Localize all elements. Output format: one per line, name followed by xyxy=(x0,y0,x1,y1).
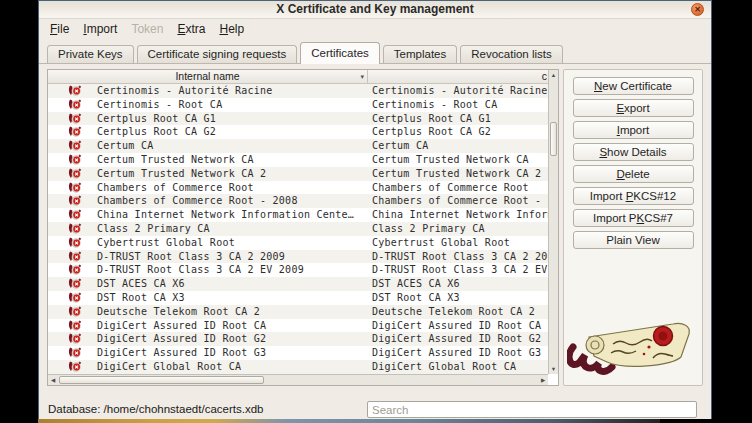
table-row[interactable]: Certplus Root CA G2 Certplus Root CA G2 xyxy=(48,125,548,139)
commonname-cell: Certum Trusted Network CA xyxy=(372,153,548,167)
commonname-cell: Certinomis - Autorité Racine xyxy=(372,84,548,98)
certificate-invalid-icon xyxy=(68,113,82,124)
commonname-cell: DigiCert Assured ID Root G3 xyxy=(372,346,548,360)
commonname-cell: DST ACES CA X6 xyxy=(372,277,548,291)
commonname-cell: China Internet Network Information Cente… xyxy=(372,208,548,222)
search-input[interactable] xyxy=(367,401,697,418)
column-header-truncated[interactable]: c xyxy=(369,70,548,83)
commonname-cell: Class 2 Primary CA xyxy=(372,222,548,236)
tab[interactable]: Private Keys xyxy=(47,45,134,63)
internal-name-cell: Chambers of Commerce Root xyxy=(97,181,366,195)
action-button-stack: New CertificateExportImportShow DetailsD… xyxy=(564,70,702,249)
scroll-left-arrow[interactable]: ◀ xyxy=(48,375,58,385)
certificate-invalid-icon xyxy=(68,361,82,372)
menubar: FileImportTokenExtraHelp xyxy=(39,20,711,38)
table-row[interactable]: D-TRUST Root Class 3 CA 2 2009 D-TRUST R… xyxy=(48,250,548,264)
app-window: X Certificate and Key management ✕ FileI… xyxy=(38,0,712,419)
tab[interactable]: Certificates xyxy=(300,42,380,64)
table-row[interactable]: DigiCert Assured ID Root G3 DigiCert Ass… xyxy=(48,346,548,360)
background-window-edge xyxy=(38,419,660,423)
internal-name-cell: Deutsche Telekom Root CA 2 xyxy=(97,305,366,319)
certificate-invalid-icon xyxy=(68,320,82,331)
certificate-invalid-icon xyxy=(68,85,82,96)
action-button[interactable]: New Certificate xyxy=(573,77,694,95)
table-row[interactable]: D-TRUST Root Class 3 CA 2 EV 2009 D-TRUS… xyxy=(48,263,548,277)
internal-name-cell: Certplus Root CA G2 xyxy=(97,125,366,139)
action-button[interactable]: Import PKCS#12 xyxy=(573,187,694,205)
commonname-cell: Certplus Root CA G1 xyxy=(372,112,548,126)
table-row[interactable]: China Internet Network Information Cente… xyxy=(48,208,548,222)
internal-name-cell: D-TRUST Root Class 3 CA 2 EV 2009 xyxy=(97,263,366,277)
internal-name-cell: China Internet Network Information Cente… xyxy=(97,208,366,222)
certificates-table: Internal name ▾ c xyxy=(47,69,559,386)
table-row[interactable]: Chambers of Commerce Root - 2008 Chamber… xyxy=(48,194,548,208)
menu-item[interactable]: Token xyxy=(124,20,170,38)
menu-item[interactable]: File xyxy=(43,20,76,38)
action-button[interactable]: Import xyxy=(573,121,694,139)
up-arrow-icon: ▲ xyxy=(551,72,556,78)
internal-name-cell: Cybertrust Global Root xyxy=(97,236,366,250)
scroll-down-arrow[interactable]: ▼ xyxy=(549,364,558,374)
certificate-invalid-icon xyxy=(68,333,82,344)
internal-name-cell: DST ACES CA X6 xyxy=(97,277,366,291)
database-path-label: Database: /home/chohnstaedt/cacerts.xdb xyxy=(48,403,263,415)
scroll-right-arrow[interactable]: ▶ xyxy=(538,375,548,385)
internal-name-cell: DigiCert Assured ID Root G2 xyxy=(97,332,366,346)
table-row[interactable]: Chambers of Commerce Root Chambers of Co… xyxy=(48,181,548,195)
commonname-cell: Deutsche Telekom Root CA 2 xyxy=(372,305,548,319)
close-icon: ✕ xyxy=(694,6,701,14)
commonname-cell: Cybertrust Global Root xyxy=(372,236,548,250)
action-button[interactable]: Export xyxy=(573,99,694,117)
action-button[interactable]: Show Details xyxy=(573,143,694,161)
horizontal-scrollbar: ◀ ▶ xyxy=(48,374,548,385)
certificate-invalid-icon xyxy=(68,140,82,151)
action-button[interactable]: Delete xyxy=(573,165,694,183)
table-row[interactable]: DST ACES CA X6 DST ACES CA X6 xyxy=(48,277,548,291)
tab[interactable]: Certificate signing requests xyxy=(137,45,298,63)
horizontal-scroll-thumb[interactable] xyxy=(59,376,264,384)
internal-name-cell: DST Root CA X3 xyxy=(97,291,366,305)
table-row[interactable]: Certum Trusted Network CA 2 Certum Trust… xyxy=(48,167,548,181)
table-row[interactable]: DigiCert Global Root CA DigiCert Global … xyxy=(48,360,548,374)
certificate-invalid-icon xyxy=(68,237,82,248)
sort-descending-icon: ▾ xyxy=(360,70,364,83)
table-row[interactable]: Class 2 Primary CA Class 2 Primary CA xyxy=(48,222,548,236)
tab[interactable]: Templates xyxy=(383,45,457,63)
action-button[interactable]: Import PKCS#7 xyxy=(573,209,694,227)
actions-panel: New CertificateExportImportShow DetailsD… xyxy=(563,69,703,386)
table-row[interactable]: DigiCert Assured ID Root CA DigiCert Ass… xyxy=(48,319,548,333)
table-row[interactable]: DST Root CA X3 DST Root CA X3 xyxy=(48,291,548,305)
commonname-cell: DigiCert Assured ID Root CA xyxy=(372,319,548,333)
scroll-up-arrow[interactable]: ▲ xyxy=(549,70,558,80)
action-button[interactable]: Plain View xyxy=(573,231,694,249)
certificate-invalid-icon xyxy=(68,292,82,303)
table-row[interactable]: Certinomis - Root CA Certinomis - Root C… xyxy=(48,98,548,112)
certificate-invalid-icon xyxy=(68,264,82,275)
internal-name-cell: DigiCert Assured ID Root G3 xyxy=(97,346,366,360)
certificate-invalid-icon xyxy=(68,223,82,234)
internal-name-cell: Certum Trusted Network CA xyxy=(97,153,366,167)
internal-name-cell: Chambers of Commerce Root - 2008 xyxy=(97,194,366,208)
menu-item[interactable]: Extra xyxy=(170,20,212,38)
table-row[interactable]: Certplus Root CA G1 Certplus Root CA G1 xyxy=(48,112,548,126)
tab[interactable]: Revocation lists xyxy=(460,45,563,63)
commonname-cell: D-TRUST Root Class 3 CA 2 2009 xyxy=(372,250,548,264)
table-row[interactable]: Cybertrust Global Root Cybertrust Global… xyxy=(48,236,548,250)
menu-item[interactable]: Help xyxy=(212,20,251,38)
table-row[interactable]: Certum Trusted Network CA Certum Trusted… xyxy=(48,153,548,167)
table-row[interactable]: Certinomis - Autorité Racine Certinomis … xyxy=(48,84,548,98)
certificate-invalid-icon xyxy=(68,251,82,262)
close-button[interactable]: ✕ xyxy=(691,3,704,16)
down-arrow-icon: ▼ xyxy=(551,366,556,372)
menu-item[interactable]: Import xyxy=(76,20,124,38)
column-header-internal-name[interactable]: Internal name ▾ xyxy=(48,70,368,83)
vertical-scroll-thumb[interactable] xyxy=(550,122,557,156)
certificate-invalid-icon xyxy=(68,99,82,110)
commonname-cell: Certplus Root CA G2 xyxy=(372,125,548,139)
table-header: Internal name ▾ c xyxy=(48,70,558,84)
table-row[interactable]: DigiCert Assured ID Root G2 DigiCert Ass… xyxy=(48,332,548,346)
internal-name-cell: D-TRUST Root Class 3 CA 2 2009 xyxy=(97,250,366,264)
certificate-invalid-icon xyxy=(68,195,82,206)
table-row[interactable]: Deutsche Telekom Root CA 2 Deutsche Tele… xyxy=(48,305,548,319)
table-row[interactable]: Certum CA Certum CA xyxy=(48,139,548,153)
